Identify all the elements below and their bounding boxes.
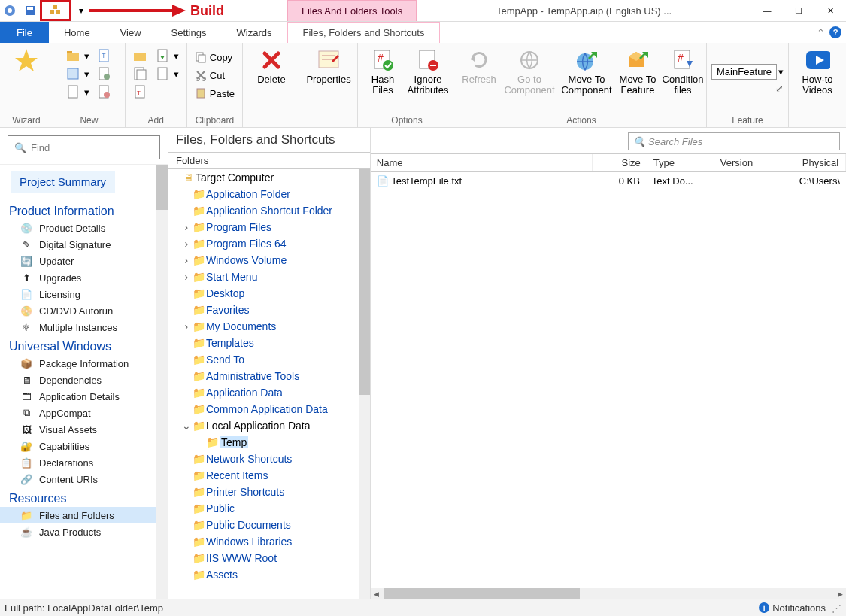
feature-expand-icon[interactable]: ⤢: [775, 83, 784, 94]
howto-videos-button[interactable]: How-to Videos: [793, 44, 841, 96]
project-summary-link[interactable]: Project Summary: [11, 171, 115, 193]
sidebar-item-java-products[interactable]: ☕Java Products: [0, 523, 168, 540]
tree-item[interactable]: ›📁My Documents: [168, 318, 370, 335]
find-input[interactable]: 🔍Find: [8, 135, 160, 159]
tree-item[interactable]: ›📁Program Files 64: [168, 235, 370, 252]
new-file-icon[interactable]: ▾: [63, 83, 92, 100]
cat-product-information[interactable]: Product Information: [0, 200, 168, 220]
goto-component-button[interactable]: Go to Component: [502, 44, 557, 96]
sidebar-item-declarations[interactable]: 📋Declarations: [0, 454, 168, 471]
sidebar-item-dependencies[interactable]: 🖥Dependencies: [0, 372, 168, 388]
notifications-button[interactable]: iNotifications: [759, 602, 826, 614]
sidebar-item-content-uris[interactable]: 🔗Content URIs: [0, 471, 168, 487]
ignore-attributes-button[interactable]: Ignore Attributes: [405, 44, 451, 96]
col-type[interactable]: Type: [647, 154, 714, 171]
expand-icon[interactable]: ›: [180, 254, 193, 266]
new-folder-icon[interactable]: ▾: [63, 47, 92, 64]
scroll-right-icon[interactable]: ▶: [835, 588, 846, 599]
tab-settings[interactable]: Settings: [156, 22, 222, 43]
sidebar-item-cddvd[interactable]: 📀CD/DVD Autorun: [0, 302, 168, 319]
col-version[interactable]: Version: [714, 154, 796, 171]
new-shortcut-icon[interactable]: ▾: [63, 65, 92, 82]
sidebar-item-package-information[interactable]: 📦Package Information: [0, 355, 168, 372]
cat-resources[interactable]: Resources: [0, 487, 168, 507]
refresh-button[interactable]: Refresh: [458, 44, 500, 85]
tree-item[interactable]: ›📁Program Files: [168, 219, 370, 235]
horizontal-scrollbar[interactable]: ◀ ▶: [371, 588, 846, 599]
save-icon[interactable]: [23, 4, 37, 17]
expand-icon[interactable]: ›: [180, 271, 193, 283]
tree-item-local-appdata[interactable]: ⌄📁Local Application Data: [168, 417, 370, 434]
sidebar-item-updater[interactable]: 🔄Updater: [0, 253, 168, 269]
help-icon[interactable]: ?: [829, 26, 841, 38]
minimize-button[interactable]: —: [751, 0, 783, 21]
file-row[interactable]: 📄 TestTempFile.txt 0 KB Text Do... C:\Us…: [371, 172, 846, 190]
paste-button[interactable]: Paste: [192, 85, 238, 102]
col-name[interactable]: Name: [371, 154, 593, 171]
add-folder-icon[interactable]: [130, 47, 151, 64]
tree-item[interactable]: 📁IIS WWW Root: [168, 550, 370, 566]
tree-scrollbar[interactable]: [359, 169, 370, 599]
cut-button[interactable]: Cut: [192, 67, 238, 83]
tab-file[interactable]: File: [0, 22, 49, 43]
move-to-feature-button[interactable]: Move To Feature: [616, 44, 660, 96]
tree-item[interactable]: 📁Desktop: [168, 285, 370, 302]
tree-item[interactable]: 📁Printer Shortcuts: [168, 484, 370, 500]
sidebar-item-product-details[interactable]: 💿Product Details: [0, 220, 168, 236]
sidebar-item-files-folders[interactable]: 📁Files and Folders: [0, 507, 168, 523]
tree-item[interactable]: 📁Common Application Data: [168, 401, 370, 417]
tree-item[interactable]: 📁Application Folder: [168, 186, 370, 202]
expand-icon[interactable]: ›: [180, 221, 193, 233]
sidebar-item-licensing[interactable]: 📄Licensing: [0, 286, 168, 302]
tree-root[interactable]: 🖥Target Computer: [168, 169, 370, 186]
sidebar-item-digital-signature[interactable]: ✎Digital Signature: [0, 236, 168, 253]
resize-grip-icon[interactable]: ⋰: [832, 602, 841, 614]
import2-icon[interactable]: ▾: [153, 65, 182, 82]
tree-item[interactable]: 📁Windows Libraries: [168, 533, 370, 550]
sidebar-item-upgrades[interactable]: ⬆Upgrades: [0, 269, 168, 286]
properties-button[interactable]: Properties: [305, 44, 353, 85]
close-button[interactable]: ✕: [814, 0, 846, 21]
delete-button[interactable]: Delete: [247, 44, 296, 85]
col-physical[interactable]: Physical: [796, 154, 846, 171]
feature-selector[interactable]: MainFeature: [711, 64, 777, 80]
collapse-ribbon-icon[interactable]: ⌃: [817, 27, 825, 38]
new-text-icon[interactable]: T: [94, 47, 115, 64]
sidebar-item-application-details[interactable]: 🗔Application Details: [0, 388, 168, 405]
expand-icon[interactable]: ›: [180, 320, 193, 332]
tree-item[interactable]: 📁Recent Items: [168, 467, 370, 484]
expand-icon[interactable]: ›: [180, 238, 193, 250]
add-files-icon[interactable]: [130, 65, 151, 82]
tree-item[interactable]: 📁Assets: [168, 566, 370, 583]
new-ini-icon[interactable]: [94, 65, 115, 82]
cat-universal-windows[interactable]: Universal Windows: [0, 335, 168, 355]
wizard-button[interactable]: [2, 44, 50, 73]
sidebar-item-capabilities[interactable]: 🔐Capabilities: [0, 438, 168, 454]
collapse-icon[interactable]: ⌄: [180, 420, 193, 432]
sidebar-item-visual-assets[interactable]: 🖼Visual Assets: [0, 421, 168, 438]
new-xml-icon[interactable]: [94, 83, 115, 100]
condition-files-button[interactable]: #Condition files: [661, 44, 705, 96]
tree-item[interactable]: 📁Administrative Tools: [168, 368, 370, 384]
tree-item[interactable]: 📁Application Shortcut Folder: [168, 202, 370, 219]
tree-item[interactable]: 📁Send To: [168, 351, 370, 368]
tree-item[interactable]: ›📁Windows Volume: [168, 252, 370, 269]
tab-wizards[interactable]: Wizards: [222, 22, 287, 43]
add-temp-icon[interactable]: T: [130, 83, 151, 100]
tree-item-temp[interactable]: 📁Temp: [168, 434, 370, 451]
context-tab[interactable]: Files And Folders Tools: [287, 0, 417, 21]
maximize-button[interactable]: ☐: [783, 0, 814, 21]
tree-item[interactable]: ›📁Start Menu: [168, 269, 370, 285]
tab-files-folders[interactable]: Files, Folders and Shortcuts: [287, 22, 441, 43]
copy-button[interactable]: Copy: [192, 49, 238, 65]
sidebar-scrollbar[interactable]: [156, 165, 168, 599]
tree-item[interactable]: 📁Network Shortcuts: [168, 451, 370, 467]
sidebar-item-appcompat[interactable]: ⧉AppCompat: [0, 405, 168, 421]
dropdown-icon[interactable]: ▾: [74, 4, 88, 17]
search-files-input[interactable]: 🔍Search Files: [628, 132, 840, 150]
tab-home[interactable]: Home: [49, 22, 105, 43]
import-icon[interactable]: ▾: [153, 47, 182, 64]
sidebar-item-multiple-instances[interactable]: ⚛Multiple Instances: [0, 319, 168, 335]
tree-item[interactable]: 📁Application Data: [168, 384, 370, 401]
hash-files-button[interactable]: #Hash Files: [362, 44, 403, 96]
